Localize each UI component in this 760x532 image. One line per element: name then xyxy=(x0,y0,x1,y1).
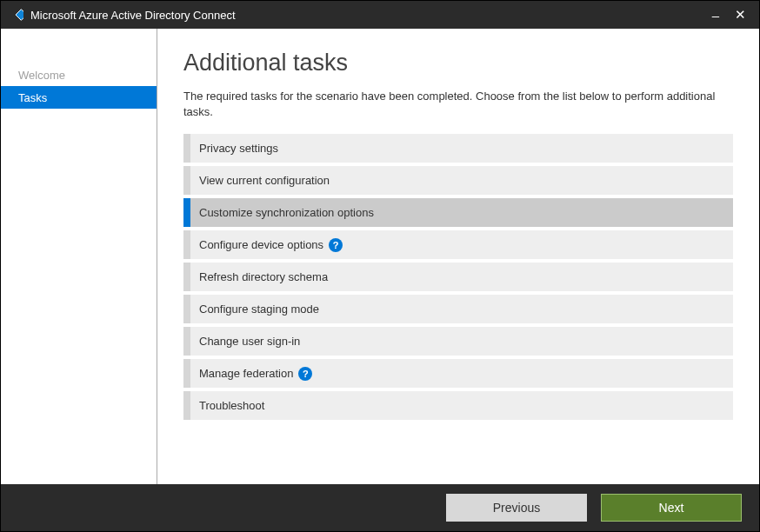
next-button[interactable]: Next xyxy=(601,494,742,522)
page-description: The required tasks for the scenario have… xyxy=(183,89,733,120)
task-label: Privacy settings xyxy=(199,142,278,155)
task-label: Customize synchronization options xyxy=(199,206,374,219)
previous-button[interactable]: Previous xyxy=(446,494,587,522)
task-change-sign-in[interactable]: Change user sign-in xyxy=(183,327,733,356)
sidebar-item-welcome[interactable]: Welcome xyxy=(1,63,157,86)
task-label: Manage federation xyxy=(199,367,293,380)
footer-bar: Previous Next xyxy=(1,484,759,531)
task-manage-federation[interactable]: Manage federation ? xyxy=(183,359,733,388)
task-label: Configure device options xyxy=(199,238,323,251)
sidebar-item-tasks[interactable]: Tasks xyxy=(1,86,157,109)
window-title: Microsoft Azure Active Directory Connect xyxy=(30,9,703,22)
task-list: Privacy settings View current configurat… xyxy=(183,134,733,420)
task-troubleshoot[interactable]: Troubleshoot xyxy=(183,391,733,420)
sidebar: Welcome Tasks xyxy=(1,29,157,484)
main-panel: Additional tasks The required tasks for … xyxy=(157,29,759,484)
task-label: Change user sign-in xyxy=(199,335,300,348)
sidebar-item-label: Welcome xyxy=(18,69,65,82)
task-customize-sync[interactable]: Customize synchronization options xyxy=(183,198,733,227)
task-staging-mode[interactable]: Configure staging mode xyxy=(183,295,733,323)
title-bar: Microsoft Azure Active Directory Connect… xyxy=(1,1,759,29)
help-icon[interactable]: ? xyxy=(329,238,343,252)
task-label: Configure staging mode xyxy=(199,303,319,316)
help-icon[interactable]: ? xyxy=(298,367,312,381)
page-title: Additional tasks xyxy=(183,50,733,76)
sidebar-item-label: Tasks xyxy=(18,91,47,104)
task-label: Troubleshoot xyxy=(199,399,264,412)
task-view-configuration[interactable]: View current configuration xyxy=(183,166,733,195)
close-button[interactable]: ✕ xyxy=(728,7,752,23)
task-label: View current configuration xyxy=(199,174,330,187)
svg-rect-0 xyxy=(16,10,23,21)
minimize-button[interactable]: – xyxy=(703,8,728,23)
task-label: Refresh directory schema xyxy=(199,270,328,283)
task-refresh-schema[interactable]: Refresh directory schema xyxy=(183,263,733,291)
work-area: Welcome Tasks Additional tasks The requi… xyxy=(1,29,759,484)
task-privacy-settings[interactable]: Privacy settings xyxy=(183,134,733,163)
task-configure-device[interactable]: Configure device options ? xyxy=(183,230,733,259)
azure-logo-icon xyxy=(8,7,23,23)
